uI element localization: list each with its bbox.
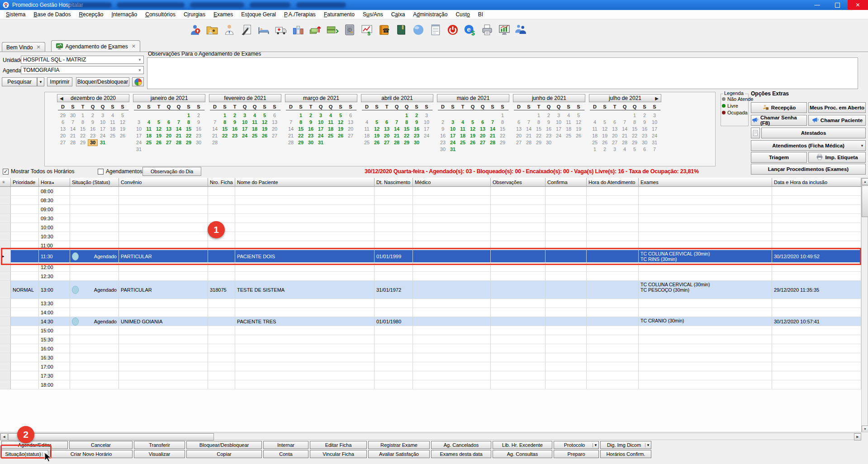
day-cell[interactable]: 14 [392, 126, 402, 133]
day-cell[interactable]: 25 [144, 139, 154, 146]
day-cell[interactable]: 19 [336, 126, 346, 133]
day-cell[interactable]: 4 [564, 112, 574, 119]
registrar-exame-button[interactable]: Registrar Exame [368, 441, 430, 449]
horarios-confirm-button[interactable]: Horários Confirm. [600, 450, 651, 458]
day-cell[interactable]: 11 [326, 119, 336, 126]
day-cell[interactable]: 8 [296, 119, 306, 126]
menu-item-cirurgias[interactable]: Cirurgias [180, 10, 209, 19]
icon-extras-atestados-button[interactable] [751, 128, 760, 138]
agenda-select[interactable]: TOMOGRAFIA ▼ [21, 66, 144, 74]
day-cell[interactable]: 24 [98, 133, 108, 139]
day-cell[interactable]: 6 [58, 119, 68, 126]
day-cell[interactable]: 15 [498, 126, 508, 133]
day-cell[interactable]: 11 [590, 126, 600, 133]
day-cell[interactable]: 17 [134, 133, 144, 139]
day-cell[interactable]: 14 [488, 126, 498, 133]
menu-item-faturamento[interactable]: Faturamento [320, 10, 359, 19]
day-cell[interactable]: 18 [144, 133, 154, 139]
day-cell[interactable]: 22 [220, 133, 230, 139]
day-cell[interactable]: 3 [134, 119, 144, 126]
day-cell[interactable]: 14 [620, 126, 630, 133]
day-cell[interactable]: 19 [574, 126, 583, 133]
month-header[interactable]: fevereiro de 2021 [209, 94, 281, 102]
safe-icon[interactable] [343, 23, 356, 37]
day-cell[interactable]: 2 [412, 112, 422, 119]
day-cell[interactable]: 15 [630, 126, 640, 133]
day-cell[interactable]: 18 [250, 126, 260, 133]
grid-row-1300[interactable]: NORMAL13:00AgendadoPARTICULAR318075TESTE… [0, 281, 861, 299]
day-cell[interactable]: 17 [240, 126, 250, 133]
day-cell[interactable]: 12 [154, 126, 164, 133]
scroll-left-icon[interactable]: ◀ [0, 433, 8, 440]
day-cell[interactable]: 24 [422, 133, 432, 139]
day-cell[interactable]: 12 [336, 119, 346, 126]
ag-cancelados-button[interactable]: Ag. Cancelados [431, 441, 491, 449]
day-cell[interactable]: 7 [650, 146, 659, 153]
day-cell[interactable]: 8 [630, 119, 640, 126]
day-cell[interactable]: 2 [640, 112, 650, 119]
observacoes-textarea[interactable] [147, 57, 858, 89]
tab-bem-vindo[interactable]: Bem Vindo✕ [2, 42, 45, 52]
day-cell[interactable]: 25 [362, 139, 372, 146]
month-header[interactable]: janeiro de 2021 [133, 94, 205, 102]
day-cell[interactable]: 15 [220, 126, 230, 133]
menu-item-custo[interactable]: Custo [451, 10, 474, 19]
day-cell[interactable]: 4 [362, 119, 372, 126]
day-cell[interactable]: 10 [316, 119, 326, 126]
prev-month-icon[interactable]: ◀ [60, 96, 63, 101]
next-month-icon[interactable]: ▶ [655, 96, 659, 101]
day-cell[interactable]: 28 [286, 139, 296, 146]
day-cell[interactable]: 11 [250, 119, 260, 126]
day-cell[interactable]: 15 [534, 126, 544, 133]
day-cell[interactable]: 2 [438, 119, 448, 126]
day-cell[interactable]: 25 [108, 133, 118, 139]
month-header[interactable]: julho de 2021▶ [589, 94, 661, 102]
scroll-up-icon[interactable]: ▲ [862, 178, 868, 185]
day-cell[interactable]: 27 [270, 133, 280, 139]
day-cell[interactable]: 7 [68, 119, 78, 126]
column-header-exames[interactable]: Exames [639, 178, 772, 187]
day-cell[interactable]: 30 [640, 139, 650, 146]
day-cell[interactable]: 31 [650, 139, 659, 146]
day-cell[interactable]: 16 [88, 126, 98, 133]
day-cell[interactable]: 19 [372, 133, 382, 139]
day-cell[interactable]: 19 [260, 126, 270, 133]
users-icon[interactable] [515, 23, 528, 37]
day-cell[interactable]: 27 [382, 139, 392, 146]
day-cell[interactable]: 24 [448, 139, 458, 146]
day-cell[interactable]: 2 [600, 146, 610, 153]
menu-item-sus-ans[interactable]: Sus/Ans [359, 10, 387, 19]
day-cell[interactable]: 23 [412, 133, 422, 139]
menu-item-internacao[interactable]: Internação [107, 10, 141, 19]
day-cell[interactable]: 22 [78, 133, 88, 139]
day-cell[interactable]: 13 [164, 126, 174, 133]
day-cell[interactable]: 19 [468, 133, 478, 139]
extras-meus-proc-em-aberto-button[interactable]: Meus Proc. em Aberto [808, 102, 866, 113]
day-cell[interactable]: 24 [134, 139, 144, 146]
day-cell[interactable]: 17 [554, 126, 564, 133]
grid-row-1400[interactable]: 14:00 [0, 308, 861, 317]
day-cell[interactable]: 11 [144, 126, 154, 133]
report-icon[interactable] [429, 23, 442, 37]
agendar-editar-button[interactable]: Agendar/Editar [1, 441, 68, 449]
day-cell[interactable]: 29 [184, 139, 194, 146]
grid-row-1100[interactable]: 11:00 [0, 241, 861, 250]
day-cell[interactable]: 4 [620, 146, 630, 153]
day-cell[interactable]: 17 [448, 133, 458, 139]
menu-item-recepcao[interactable]: Recepção [75, 10, 107, 19]
prescription-icon[interactable] [240, 23, 253, 37]
day-cell[interactable]: 13 [478, 126, 488, 133]
day-cell[interactable]: 16 [438, 133, 448, 139]
day-cell[interactable]: 9 [438, 126, 448, 133]
extras-imp-etiqueta-button[interactable]: Imp. Etiqueta [808, 152, 866, 163]
month-header[interactable]: maio de 2021 [437, 94, 509, 102]
day-cell[interactable]: 12 [600, 126, 610, 133]
day-cell[interactable]: 20 [478, 133, 488, 139]
day-cell[interactable]: 3 [554, 112, 564, 119]
day-cell[interactable]: 6 [346, 112, 356, 119]
doctor-icon[interactable] [223, 23, 236, 37]
day-cell[interactable]: 5 [336, 112, 346, 119]
day-cell[interactable]: 8 [402, 119, 412, 126]
day-cell[interactable]: 5 [468, 119, 478, 126]
menu-item-base-de-dados[interactable]: Base de Dados [29, 10, 75, 19]
